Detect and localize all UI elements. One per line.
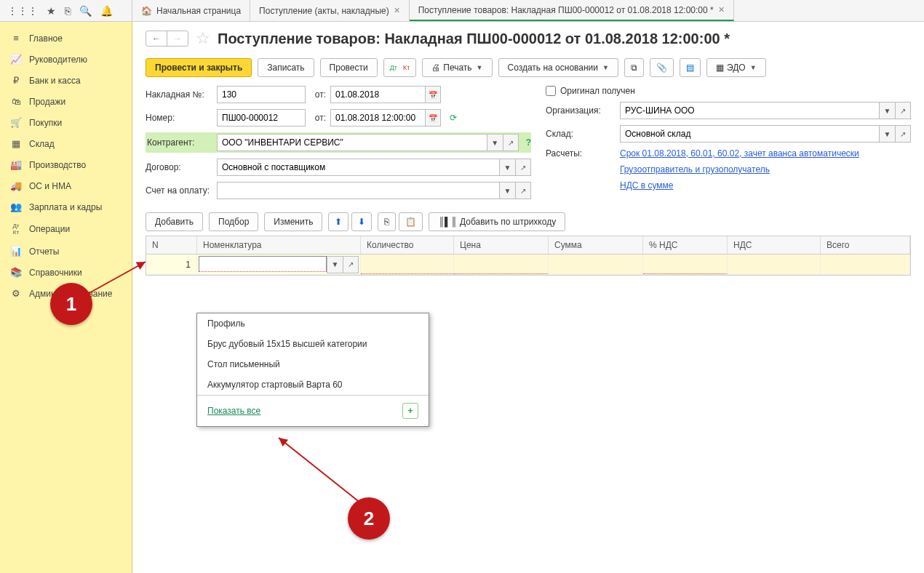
contract-input[interactable] [217,159,499,176]
annotation-1: 1 [50,283,92,325]
sidebar-item-label: Продажи [29,97,65,107]
th-total: Всего [821,236,910,254]
dropdown-icon[interactable]: ▼ [879,125,895,143]
report-button[interactable]: ▤ [680,58,701,77]
tab-home[interactable]: 🏠 Начальная страница [132,0,250,21]
books-icon: 📚 [10,267,22,278]
dropdown-icon[interactable]: ▼ [499,182,515,199]
related-button[interactable]: ⧉ [624,58,644,77]
contract-label: Договор: [146,160,212,175]
attachment-button[interactable]: 📎 [650,58,674,77]
from-label: от: [310,89,326,100]
invoice-no-input[interactable] [217,86,306,103]
dropdown-item[interactable]: Аккумулятор стартовый Варта 60 [197,374,429,395]
sidebar-item-operations[interactable]: Дт КтОперации [0,217,132,241]
back-button[interactable]: ← [146,31,167,46]
invoice-date-input[interactable] [330,86,425,103]
search-icon[interactable]: 🔍 [79,5,92,17]
payment-input[interactable] [217,182,499,199]
dropdown-item[interactable]: Профиль [197,313,429,334]
bell-icon[interactable]: 🔔 [100,5,113,17]
table-row[interactable]: 1 ▼ ↗ [146,255,910,275]
calendar-icon[interactable]: 📅 [425,86,441,103]
open-icon[interactable]: ↗ [515,182,531,199]
dropdown-icon[interactable]: ▼ [327,256,343,273]
shipper-link[interactable]: Грузоотправитель и грузополучатель [620,164,770,175]
calendar-icon[interactable]: 📅 [425,109,441,127]
copy-button[interactable]: ⎘ [378,212,396,231]
edo-button[interactable]: ▦ЭДО▼ [706,58,766,77]
document-toolbar: Провести и закрыть Записать Провести ДтК… [146,58,911,77]
organization-input[interactable] [620,102,879,119]
open-icon[interactable]: ↗ [515,159,531,176]
post-and-close-button[interactable]: Провести и закрыть [146,58,252,77]
content: ← → ☆ Поступление товаров: Накладная ПШ0… [132,22,924,573]
number-input[interactable] [217,109,306,127]
datetime-input[interactable] [330,109,425,127]
add-by-barcode-button[interactable]: ║▌║Добавить по штрихкоду [429,212,565,231]
dropdown-icon[interactable]: ▼ [487,134,503,151]
home-icon: 🏠 [141,6,152,16]
sidebar-item-label: Отчеты [29,247,59,257]
paste-button[interactable]: 📋 [399,212,423,231]
td-nomenclature[interactable]: ▼ ↗ [197,255,361,274]
close-icon[interactable]: ✕ [718,5,725,15]
td-price[interactable] [454,255,549,274]
barcode-icon: ║▌║ [438,217,457,227]
add-new-button[interactable]: + [402,403,418,419]
sidebar-item-sales[interactable]: 🛍Продажи [0,91,132,112]
dtKt-button[interactable]: ДтКт [383,58,417,77]
td-vat[interactable] [728,255,821,274]
create-based-on-button[interactable]: Создать на основании▼ [498,58,618,77]
dropdown-icon[interactable]: ▼ [499,159,515,176]
refresh-icon[interactable]: ⟳ [450,113,457,123]
counterparty-input[interactable] [217,134,487,151]
open-icon[interactable]: ↗ [895,125,911,143]
post-button[interactable]: Провести [320,58,378,77]
open-icon[interactable]: ↗ [503,134,519,151]
sidebar-item-label: Покупки [29,118,62,128]
sidebar-item-label: Зарплата и кадры [29,202,102,212]
dropdown-icon[interactable]: ▼ [879,102,895,119]
move-down-button[interactable]: ⬇ [351,212,372,231]
tab-receipt-document[interactable]: Поступление товаров: Накладная ПШ00-0000… [410,0,734,21]
dropdown-item[interactable]: Стол письменный [197,354,429,374]
sidebar-item-label: Банк и касса [29,76,81,86]
open-icon[interactable]: ↗ [895,102,911,119]
sidebar-item-production[interactable]: 🏭Производство [0,154,132,175]
sidebar-item-assets[interactable]: 🚚ОС и НМА [0,175,132,196]
modify-button[interactable]: Изменить [264,212,322,231]
settlements-link[interactable]: Срок 01.08.2018, 60.01, 60.02, зачет ава… [620,148,859,159]
td-total[interactable] [821,255,910,274]
td-sum[interactable] [549,255,643,274]
vat-link[interactable]: НДС в сумме [620,180,674,191]
apps-icon[interactable]: ⋮⋮⋮ [7,5,38,17]
help-icon[interactable]: ? [526,137,531,148]
sidebar-item-hr[interactable]: 👥Зарплата и кадры [0,196,132,217]
sidebar-item-main[interactable]: ≡Главное [0,28,132,49]
copy-icon[interactable]: ⎘ [65,5,71,17]
print-button[interactable]: 🖨Печать▼ [422,58,492,77]
td-vat-pct[interactable] [643,255,728,274]
sidebar-item-purchases[interactable]: 🛒Покупки [0,112,132,133]
nomenclature-input[interactable] [199,256,327,272]
warehouse-input[interactable] [620,125,879,143]
dropdown-item[interactable]: Брус дубовый 15х15 высшей категории [197,334,429,354]
tab-receipts[interactable]: Поступление (акты, накладные) ✕ [250,0,410,21]
sidebar-item-warehouse[interactable]: ▦Склад [0,133,132,154]
pick-button[interactable]: Подбор [209,212,258,231]
favorite-icon[interactable]: ☆ [196,29,210,48]
open-icon[interactable]: ↗ [343,256,359,273]
original-received-checkbox[interactable] [546,86,556,96]
sidebar-item-manager[interactable]: 📈Руководителю [0,49,132,70]
forward-button[interactable]: → [167,31,188,46]
star-icon[interactable]: ★ [47,5,56,17]
close-icon[interactable]: ✕ [394,6,400,15]
move-up-button[interactable]: ⬆ [328,212,349,231]
td-qty[interactable] [361,255,454,274]
sidebar-item-bank[interactable]: ₽Банк и касса [0,70,132,91]
show-all-link[interactable]: Показать все [207,406,260,416]
add-button[interactable]: Добавить [146,212,203,231]
write-button[interactable]: Записать [258,58,314,77]
dtKt-icon: Дт Кт [10,223,22,236]
